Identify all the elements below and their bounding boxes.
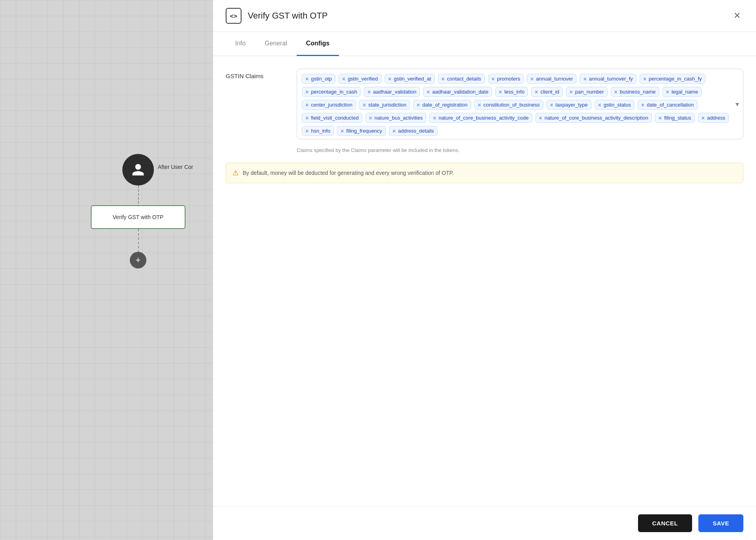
tag-item[interactable]: ×address: [698, 113, 729, 123]
tag-remove-icon[interactable]: ×: [305, 89, 309, 95]
tag-item[interactable]: ×date_of_cancellation: [638, 100, 697, 110]
save-button[interactable]: SAVE: [698, 514, 743, 532]
tag-remove-icon[interactable]: ×: [305, 115, 309, 121]
tag-remove-icon[interactable]: ×: [427, 89, 430, 95]
tab-info[interactable]: Info: [226, 32, 255, 56]
tag-item[interactable]: ×annual_turnover_fy: [580, 74, 636, 84]
tag-item[interactable]: ×client_id: [531, 87, 563, 97]
tag-label: date_of_cancellation: [647, 102, 694, 108]
tag-remove-icon[interactable]: ×: [535, 89, 538, 95]
tag-label: annual_turnover: [536, 76, 573, 82]
tag-item[interactable]: ×legal_name: [662, 87, 702, 97]
tag-remove-icon[interactable]: ×: [614, 89, 618, 95]
tag-label: nature_of_core_business_activity_descrip…: [545, 115, 648, 121]
tag-label: center_jurisdiction: [311, 102, 352, 108]
tag-item[interactable]: ×less_info: [495, 87, 528, 97]
tag-item[interactable]: ×aadhaar_validation: [364, 87, 420, 97]
tag-remove-icon[interactable]: ×: [367, 89, 371, 95]
tag-remove-icon[interactable]: ×: [499, 89, 502, 95]
tag-remove-icon[interactable]: ×: [659, 115, 662, 121]
code-icon: <>: [226, 8, 241, 24]
tag-label: date_of_registration: [422, 102, 468, 108]
cancel-button[interactable]: CANCEL: [638, 514, 692, 532]
flow-connector-2: [138, 229, 139, 253]
tag-item[interactable]: ×taxpayer_type: [546, 100, 591, 110]
gstin-claims-label: GSTIN Claims: [226, 69, 297, 79]
tag-remove-icon[interactable]: ×: [539, 115, 542, 121]
tag-label: business_name: [620, 89, 656, 95]
modal-header: <> Verify GST with OTP ✕: [213, 0, 756, 32]
tag-remove-icon[interactable]: ×: [530, 76, 533, 82]
tag-label: taxpayer_type: [556, 102, 588, 108]
tag-label: percentage_in_cash: [311, 89, 357, 95]
tag-item[interactable]: ×percentage_in_cash_fy: [640, 74, 705, 84]
tag-remove-icon[interactable]: ×: [341, 128, 344, 134]
tag-item[interactable]: ×field_visit_conducted: [302, 113, 362, 123]
tag-remove-icon[interactable]: ×: [433, 115, 436, 121]
flow-connector-1: [138, 186, 139, 207]
tag-label: nature_of_core_business_activity_code: [438, 115, 528, 121]
tag-remove-icon[interactable]: ×: [598, 102, 601, 108]
tag-remove-icon[interactable]: ×: [342, 76, 345, 82]
tag-label: filing_frequency: [346, 128, 382, 134]
tag-remove-icon[interactable]: ×: [388, 76, 391, 82]
tag-item[interactable]: ×percentage_in_cash: [302, 87, 361, 97]
tag-item[interactable]: ×gstin_status: [595, 100, 635, 110]
tag-remove-icon[interactable]: ×: [643, 76, 646, 82]
plus-icon: +: [136, 255, 141, 265]
tag-remove-icon[interactable]: ×: [305, 76, 309, 82]
tag-remove-icon[interactable]: ×: [702, 115, 705, 121]
dropdown-arrow-icon[interactable]: ▾: [735, 100, 739, 109]
tag-remove-icon[interactable]: ×: [305, 102, 309, 108]
verify-gst-node[interactable]: Verify GST with OTP: [91, 205, 185, 229]
tag-item[interactable]: ×date_of_registration: [413, 100, 471, 110]
tag-label: aadhaar_validation: [373, 89, 416, 95]
tag-remove-icon[interactable]: ×: [369, 115, 372, 121]
tag-item[interactable]: ×gstin_verified: [339, 74, 382, 84]
tag-item[interactable]: ×center_jurisdiction: [302, 100, 356, 110]
warning-icon: ⚠: [232, 169, 239, 177]
tag-remove-icon[interactable]: ×: [492, 76, 495, 82]
tag-item[interactable]: ×nature_bus_activities: [365, 113, 426, 123]
tag-item[interactable]: ×nature_of_core_business_activity_code: [429, 113, 532, 123]
tag-remove-icon[interactable]: ×: [417, 102, 420, 108]
tab-general[interactable]: General: [255, 32, 297, 56]
tag-label: contact_details: [447, 76, 481, 82]
gstin-claims-row: GSTIN Claims ×gstin_otp×gstin_verified×g…: [226, 69, 743, 139]
tag-item[interactable]: ×filing_status: [655, 113, 695, 123]
tag-item[interactable]: ×address_details: [389, 126, 438, 136]
tag-item[interactable]: ×contact_details: [438, 74, 485, 84]
tag-remove-icon[interactable]: ×: [393, 128, 396, 134]
tag-item[interactable]: ×annual_turnover: [527, 74, 576, 84]
tag-remove-icon[interactable]: ×: [569, 89, 573, 95]
tag-remove-icon[interactable]: ×: [442, 76, 445, 82]
tag-item[interactable]: ×nature_of_core_business_activity_descri…: [535, 113, 652, 123]
tag-remove-icon[interactable]: ×: [478, 102, 481, 108]
flow-area: After User Cor Verify GST with OTP +: [0, 0, 213, 540]
tag-label: annual_turnover_fy: [589, 76, 633, 82]
tag-item[interactable]: ×gstin_otp: [302, 74, 335, 84]
tag-label: nature_bus_activities: [374, 115, 423, 121]
tag-label: gstin_verified_at: [394, 76, 431, 82]
tag-remove-icon[interactable]: ×: [550, 102, 553, 108]
tag-item[interactable]: ×hsn_info: [302, 126, 334, 136]
user-node-circle: [122, 154, 154, 186]
tag-item[interactable]: ×filing_frequency: [337, 126, 385, 136]
tag-remove-icon[interactable]: ×: [305, 128, 309, 134]
tag-remove-icon[interactable]: ×: [583, 76, 586, 82]
tab-configs[interactable]: Configs: [297, 32, 339, 56]
tag-item[interactable]: ×business_name: [611, 87, 659, 97]
tag-remove-icon[interactable]: ×: [666, 89, 669, 95]
add-node-button[interactable]: +: [130, 252, 146, 268]
tag-item[interactable]: ×aadhaar_validation_date: [423, 87, 492, 97]
tag-item[interactable]: ×gstin_verified_at: [385, 74, 435, 84]
warning-text: By default, money will be deducted for g…: [243, 170, 454, 176]
tag-item[interactable]: ×state_jurisdiction: [359, 100, 410, 110]
tag-remove-icon[interactable]: ×: [363, 102, 366, 108]
close-button[interactable]: ✕: [731, 9, 743, 22]
tag-item[interactable]: ×promoters: [488, 74, 524, 84]
tag-item[interactable]: ×pan_number: [566, 87, 607, 97]
tags-container[interactable]: ×gstin_otp×gstin_verified×gstin_verified…: [297, 69, 743, 139]
tag-remove-icon[interactable]: ×: [641, 102, 644, 108]
tag-item[interactable]: ×constitution_of_business: [474, 100, 543, 110]
